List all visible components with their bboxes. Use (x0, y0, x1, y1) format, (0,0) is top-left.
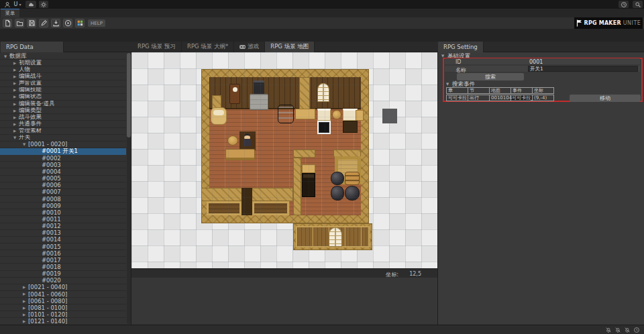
save-button[interactable] (27, 19, 36, 27)
tab-center-0[interactable]: RPG 场景 预习 (132, 42, 182, 52)
table-cell-1: 出行 (468, 95, 490, 101)
tree-arrow-icon[interactable]: ▶ (12, 115, 17, 119)
tree-arrow-icon[interactable]: ▼ (21, 142, 27, 146)
tree-item-21[interactable]: #0008 (0, 196, 126, 203)
tree-arrow-icon[interactable]: ▶ (12, 88, 17, 92)
tree-item-8[interactable]: ▶编辑类型 (0, 107, 126, 114)
notifications-muted-icon[interactable] (614, 327, 621, 333)
notifications-muted-icon[interactable] (605, 327, 612, 333)
tree-item-34[interactable]: ▶[0021 - 0040] (0, 284, 126, 291)
tree-item-31[interactable]: #0018 (0, 264, 126, 270)
import-button[interactable] (51, 19, 60, 27)
tree-arrow-icon[interactable]: ▶ (12, 74, 17, 78)
gear-icon[interactable] (39, 1, 48, 8)
user-menu-button[interactable]: U ▾ (12, 1, 23, 8)
tree-item-25[interactable]: #0012 (0, 223, 126, 230)
tree-arrow-icon[interactable]: ▶ (12, 129, 17, 133)
tab-center-2[interactable]: 游戏 (234, 42, 265, 52)
selected-event-tile[interactable] (317, 121, 331, 134)
tab-rpg-setting[interactable]: RPG Setting (438, 42, 484, 52)
tree-arrow-icon[interactable]: ▶ (12, 61, 17, 65)
name-label: 名称 (455, 66, 466, 74)
notifications-muted-icon[interactable] (624, 327, 631, 333)
tree-arrow-icon[interactable]: ▼ (3, 54, 8, 58)
tree-item-6[interactable]: ▶编辑状态 (0, 94, 126, 101)
tree-item-22[interactable]: #0009 (0, 203, 126, 209)
help-button[interactable]: HELP (88, 19, 105, 27)
tree-item-4[interactable]: ▶声音设置 (0, 80, 126, 87)
tree-item-14[interactable]: #0001 开关1 (0, 148, 126, 155)
menu-tab[interactable]: 菜单 (1, 9, 19, 17)
tab-center-3[interactable]: RPG 场景 地图 (265, 42, 315, 52)
tree-arrow-icon[interactable]: ▶ (21, 313, 27, 317)
tree-item-23[interactable]: #0010 (0, 209, 126, 216)
history-icon[interactable] (619, 1, 629, 8)
tree-item-18[interactable]: #0005 (0, 176, 126, 182)
move-button[interactable]: 移动 (570, 95, 641, 102)
tree-arrow-icon[interactable]: ▶ (12, 109, 17, 113)
tree-item-5[interactable]: ▶编辑技能 (0, 87, 126, 94)
tree-item-24[interactable]: #0011 (0, 216, 126, 223)
tree-item-37[interactable]: ▶[0081 - 0100] (0, 304, 126, 311)
sync-status-icon[interactable] (633, 327, 640, 333)
account-icon[interactable] (3, 1, 11, 8)
tree-item-38[interactable]: ▶[0101 - 0120] (0, 311, 126, 318)
open-project-button[interactable] (15, 19, 24, 27)
tree-arrow-icon[interactable]: ▶ (12, 68, 17, 72)
tree-item-32[interactable]: #0019 (0, 271, 126, 278)
tree-item-9[interactable]: ▶战斗效果 (0, 114, 126, 121)
tree-item-26[interactable]: #0013 (0, 230, 126, 237)
coordinate-value: 12,5 (409, 271, 421, 277)
tree-item-28[interactable]: #0015 (0, 243, 126, 250)
save-icon (28, 19, 36, 27)
assets-button[interactable] (75, 19, 85, 27)
tree-arrow-icon[interactable]: ▶ (21, 292, 27, 296)
tree-arrow-icon[interactable]: ▶ (12, 81, 17, 85)
tree-item-16[interactable]: #0003 (0, 162, 126, 168)
npc-character[interactable] (243, 133, 252, 147)
tree-arrow-icon[interactable]: ▶ (21, 319, 27, 323)
tree-item-7[interactable]: ▶编辑装备·道具 (0, 101, 126, 107)
tree-item-label: [0001 - 0020] (28, 142, 67, 148)
cloud-icon[interactable] (25, 1, 36, 8)
tree-arrow-icon[interactable]: ▼ (12, 135, 17, 140)
tree-item-11[interactable]: ▶管理素材 (0, 128, 126, 135)
tree-item-13[interactable]: ▼[0001 - 0020] (0, 142, 126, 148)
tree-item-20[interactable]: #0007 (0, 189, 126, 196)
tree-item-19[interactable]: #0006 (0, 182, 126, 189)
chevron-down-icon[interactable]: ▼ (446, 82, 449, 86)
tab-center-1[interactable]: RPG 场景 大纲* (182, 42, 234, 52)
tree-arrow-icon[interactable]: ▶ (12, 122, 17, 126)
tree-arrow-icon[interactable]: ▶ (12, 102, 17, 106)
tree-item-30[interactable]: #0017 (0, 257, 126, 264)
tree-arrow-icon[interactable]: ▶ (21, 306, 27, 310)
play-button[interactable] (63, 19, 72, 27)
tree-item-3[interactable]: ▶编辑战斗 (0, 73, 126, 80)
name-input[interactable]: 开关1 (528, 66, 638, 72)
tree-item-36[interactable]: ▶[0061 - 0080] (0, 298, 126, 304)
kitchen-wall-left-seg (293, 150, 315, 158)
tree-arrow-icon[interactable]: ▶ (21, 285, 27, 289)
tree-item-0[interactable]: ▼数据库 (0, 53, 126, 60)
tree-item-10[interactable]: ▶共通事件 (0, 121, 126, 127)
tree-item-15[interactable]: #0002 (0, 155, 126, 162)
search-icon[interactable] (633, 1, 643, 8)
edit-button[interactable] (39, 19, 48, 27)
tree-arrow-icon[interactable]: ▶ (21, 299, 27, 303)
gamepad-icon (239, 45, 246, 49)
new-file-button[interactable] (3, 19, 12, 27)
tree-item-29[interactable]: #0016 (0, 250, 126, 257)
tree-item-27[interactable]: #0014 (0, 237, 126, 243)
tree-item-35[interactable]: ▶[0041 - 0060] (0, 291, 126, 298)
tree-item-2[interactable]: ▶人物 (0, 66, 126, 73)
search-button[interactable]: 搜索 (457, 73, 524, 80)
tree-item-17[interactable]: #0004 (0, 168, 126, 175)
tree-arrow-icon[interactable]: ▶ (12, 95, 17, 99)
tree-scrollbar-thumb[interactable] (127, 53, 131, 137)
tree-item-12[interactable]: ▼开关 (0, 135, 126, 142)
tree-item-39[interactable]: ▶[0121 - 0140] (0, 318, 126, 325)
tab-rpg-data[interactable]: RPG Data (1, 42, 64, 52)
map-canvas[interactable] (131, 52, 437, 268)
tree-item-33[interactable]: #0020 (0, 278, 126, 284)
tree-item-1[interactable]: ▶初期设置 (0, 60, 126, 66)
